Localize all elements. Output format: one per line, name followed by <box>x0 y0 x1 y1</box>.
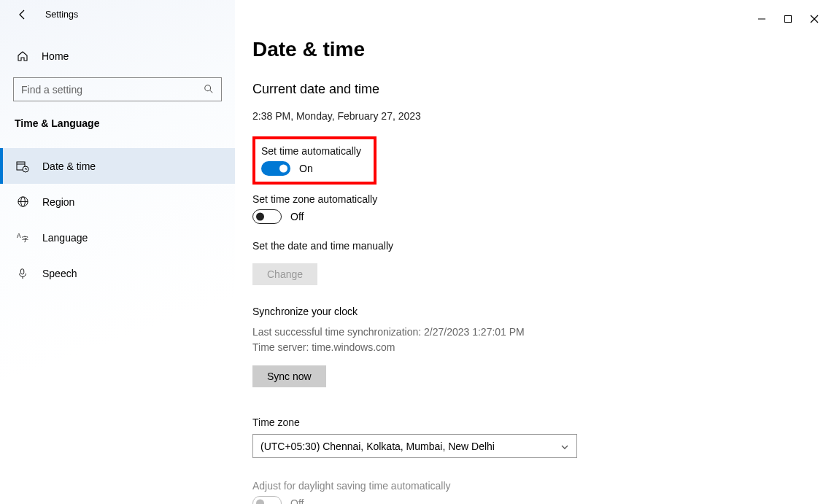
sync-clock-heading: Synchronize your clock <box>252 306 617 317</box>
set-time-auto-toggle[interactable] <box>261 161 290 176</box>
set-tz-auto-toggle[interactable] <box>252 209 282 224</box>
time-zone-value: (UTC+05:30) Chennai, Kolkata, Mumbai, Ne… <box>260 441 495 452</box>
search-input[interactable] <box>21 84 204 96</box>
home-icon <box>16 50 28 63</box>
svg-line-1 <box>210 90 213 93</box>
set-tz-auto-label: Set time zone automatically <box>252 193 617 205</box>
current-datetime-heading: Current date and time <box>252 82 617 97</box>
svg-rect-10 <box>20 268 23 274</box>
svg-rect-13 <box>785 16 792 23</box>
window-controls <box>757 7 834 31</box>
sidebar-item-language[interactable]: A字 Language <box>0 220 235 255</box>
calendar-clock-icon <box>16 160 29 173</box>
search-box[interactable] <box>13 77 222 101</box>
set-tz-auto-state: Off <box>290 211 304 222</box>
change-button: Change <box>252 263 317 285</box>
set-time-auto-state: On <box>299 163 313 174</box>
chevron-down-icon <box>560 442 569 451</box>
search-icon <box>204 84 215 96</box>
home-label: Home <box>42 50 69 62</box>
sync-time-server: Time server: time.windows.com <box>252 341 395 353</box>
dst-toggle <box>252 496 282 504</box>
page-title: Date & time <box>252 38 617 61</box>
maximize-button[interactable] <box>783 14 793 24</box>
highlight-annotation: Set time automatically On <box>252 136 377 185</box>
sidebar-item-label: Region <box>42 196 74 208</box>
sidebar-item-speech[interactable]: Speech <box>0 255 235 291</box>
manual-date-time-label: Set the date and time manually <box>252 240 617 252</box>
sync-last-success: Last successful time synchronization: 2/… <box>252 326 525 338</box>
dst-label: Adjust for daylight saving time automati… <box>252 480 617 492</box>
sidebar-item-label: Speech <box>42 268 77 279</box>
sidebar-item-region[interactable]: Region <box>0 184 235 220</box>
globe-icon <box>16 195 29 209</box>
main-content: Date & time Current date and time 2:38 P… <box>235 0 834 504</box>
svg-point-0 <box>205 85 211 90</box>
home-nav[interactable]: Home <box>0 29 235 67</box>
microphone-icon <box>16 267 29 280</box>
sidebar-item-date-time[interactable]: Date & time <box>0 148 235 184</box>
sidebar: Settings Home Time & Language Date & <box>0 0 235 504</box>
close-button[interactable] <box>809 14 819 24</box>
sidebar-item-label: Date & time <box>42 160 96 172</box>
dst-state: Off <box>290 497 304 504</box>
sidebar-item-label: Language <box>42 232 88 244</box>
time-zone-label: Time zone <box>252 416 617 428</box>
back-button[interactable] <box>16 8 29 21</box>
svg-text:A: A <box>17 232 21 239</box>
set-time-auto-label: Set time automatically <box>258 145 366 157</box>
language-icon: A字 <box>16 231 29 244</box>
current-datetime-value: 2:38 PM, Monday, February 27, 2023 <box>252 110 617 122</box>
svg-text:字: 字 <box>21 236 28 243</box>
time-zone-select[interactable]: (UTC+05:30) Chennai, Kolkata, Mumbai, Ne… <box>252 434 577 458</box>
minimize-button[interactable] <box>757 14 767 24</box>
sync-now-button[interactable]: Sync now <box>252 365 326 387</box>
app-title: Settings <box>45 9 78 20</box>
sidebar-section-title: Time & Language <box>0 101 235 136</box>
